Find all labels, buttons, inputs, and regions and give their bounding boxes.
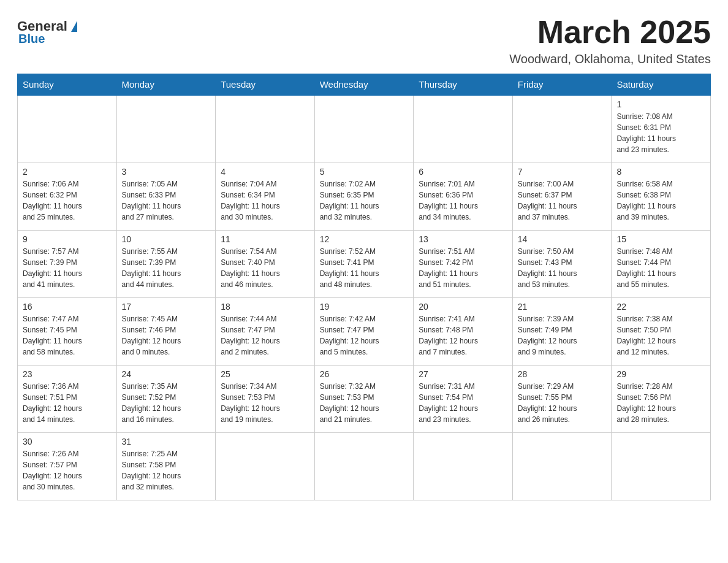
day-number: 17 [122,302,211,312]
day-info: Sunrise: 7:02 AM Sunset: 6:35 PM Dayligh… [320,178,409,223]
day-info: Sunrise: 7:08 AM Sunset: 6:31 PM Dayligh… [616,111,705,155]
calendar-cell: 16Sunrise: 7:47 AM Sunset: 7:45 PM Dayli… [18,297,117,365]
calendar-cell: 12Sunrise: 7:52 AM Sunset: 7:41 PM Dayli… [314,230,414,297]
calendar-title: March 2025 [509,15,711,50]
day-number: 4 [221,167,309,177]
calendar-cell: 23Sunrise: 7:36 AM Sunset: 7:51 PM Dayli… [18,365,117,432]
day-info: Sunrise: 7:32 AM Sunset: 7:53 PM Dayligh… [320,381,409,425]
day-info: Sunrise: 7:26 AM Sunset: 7:57 PM Dayligh… [23,448,112,492]
day-info: Sunrise: 7:55 AM Sunset: 7:39 PM Dayligh… [122,246,211,290]
day-info: Sunrise: 7:38 AM Sunset: 7:50 PM Dayligh… [616,313,705,358]
day-info: Sunrise: 7:41 AM Sunset: 7:48 PM Dayligh… [419,313,507,358]
calendar-cell: 28Sunrise: 7:29 AM Sunset: 7:55 PM Dayli… [512,365,612,432]
calendar-cell: 2Sunrise: 7:06 AM Sunset: 6:32 PM Daylig… [18,163,117,230]
calendar-cell: 15Sunrise: 7:48 AM Sunset: 7:44 PM Dayli… [612,230,711,297]
day-info: Sunrise: 7:45 AM Sunset: 7:46 PM Dayligh… [122,313,211,358]
day-number: 12 [320,234,409,244]
day-info: Sunrise: 7:36 AM Sunset: 7:51 PM Dayligh… [23,381,112,425]
day-number: 8 [616,167,705,177]
day-number: 24 [122,369,211,379]
calendar-cell [414,432,513,500]
calendar-cell [512,432,612,500]
calendar-cell [314,432,414,500]
day-info: Sunrise: 7:54 AM Sunset: 7:40 PM Dayligh… [221,246,309,290]
day-info: Sunrise: 7:01 AM Sunset: 6:36 PM Dayligh… [419,178,507,223]
day-info: Sunrise: 7:34 AM Sunset: 7:53 PM Dayligh… [221,381,309,425]
day-info: Sunrise: 7:00 AM Sunset: 6:37 PM Dayligh… [518,178,607,223]
day-info: Sunrise: 7:50 AM Sunset: 7:43 PM Dayligh… [518,246,607,290]
day-number: 16 [23,302,112,312]
calendar-cell [512,95,612,163]
weekday-header-thursday: Thursday [414,74,513,96]
weekday-header-tuesday: Tuesday [216,74,315,96]
calendar-cell: 14Sunrise: 7:50 AM Sunset: 7:43 PM Dayli… [512,230,612,297]
day-number: 13 [419,234,507,244]
calendar-cell: 17Sunrise: 7:45 AM Sunset: 7:46 PM Dayli… [116,297,216,365]
calendar-cell: 8Sunrise: 6:58 AM Sunset: 6:38 PM Daylig… [612,163,711,230]
calendar-cell: 4Sunrise: 7:04 AM Sunset: 6:34 PM Daylig… [216,163,315,230]
day-number: 19 [320,302,409,312]
day-number: 7 [518,167,607,177]
day-info: Sunrise: 7:57 AM Sunset: 7:39 PM Dayligh… [23,246,112,290]
calendar-week-4: 16Sunrise: 7:47 AM Sunset: 7:45 PM Dayli… [18,297,711,365]
day-number: 18 [221,302,309,312]
day-number: 27 [419,369,507,379]
calendar-cell [612,432,711,500]
day-info: Sunrise: 7:35 AM Sunset: 7:52 PM Dayligh… [122,381,211,425]
day-info: Sunrise: 7:28 AM Sunset: 7:56 PM Dayligh… [616,381,705,425]
logo-triangle-icon [71,21,77,32]
day-number: 31 [122,437,211,446]
header-right: March 2025 Woodward, Oklahoma, United St… [509,15,711,66]
day-number: 20 [419,302,507,312]
calendar-cell: 10Sunrise: 7:55 AM Sunset: 7:39 PM Dayli… [116,230,216,297]
day-number: 2 [23,167,112,177]
calendar-subtitle: Woodward, Oklahoma, United States [509,52,711,66]
page-header: General Blue March 2025 Woodward, Oklaho… [17,15,711,66]
calendar-cell [314,95,414,163]
day-number: 25 [221,369,309,379]
calendar-cell: 27Sunrise: 7:31 AM Sunset: 7:54 PM Dayli… [414,365,513,432]
day-info: Sunrise: 7:29 AM Sunset: 7:55 PM Dayligh… [518,381,607,425]
day-number: 1 [616,99,705,109]
weekday-header-saturday: Saturday [612,74,711,96]
day-info: Sunrise: 7:51 AM Sunset: 7:42 PM Dayligh… [419,246,507,290]
day-info: Sunrise: 7:42 AM Sunset: 7:47 PM Dayligh… [320,313,409,358]
day-info: Sunrise: 7:05 AM Sunset: 6:33 PM Dayligh… [122,178,211,223]
calendar-week-1: 1Sunrise: 7:08 AM Sunset: 6:31 PM Daylig… [18,95,711,163]
calendar-cell [216,432,315,500]
calendar-cell: 26Sunrise: 7:32 AM Sunset: 7:53 PM Dayli… [314,365,414,432]
day-info: Sunrise: 7:47 AM Sunset: 7:45 PM Dayligh… [23,313,112,358]
calendar-cell: 21Sunrise: 7:39 AM Sunset: 7:49 PM Dayli… [512,297,612,365]
day-number: 28 [518,369,607,379]
calendar-cell: 6Sunrise: 7:01 AM Sunset: 6:36 PM Daylig… [414,163,513,230]
calendar-week-6: 30Sunrise: 7:26 AM Sunset: 7:57 PM Dayli… [18,432,711,500]
calendar-cell: 25Sunrise: 7:34 AM Sunset: 7:53 PM Dayli… [216,365,315,432]
day-number: 26 [320,369,409,379]
calendar-cell [216,95,315,163]
day-info: Sunrise: 7:52 AM Sunset: 7:41 PM Dayligh… [320,246,409,290]
day-number: 10 [122,234,211,244]
calendar-cell: 30Sunrise: 7:26 AM Sunset: 7:57 PM Dayli… [18,432,117,500]
calendar-week-2: 2Sunrise: 7:06 AM Sunset: 6:32 PM Daylig… [18,163,711,230]
calendar-cell: 11Sunrise: 7:54 AM Sunset: 7:40 PM Dayli… [216,230,315,297]
calendar-week-5: 23Sunrise: 7:36 AM Sunset: 7:51 PM Dayli… [18,365,711,432]
day-number: 29 [616,369,705,379]
day-number: 11 [221,234,309,244]
day-number: 5 [320,167,409,177]
day-info: Sunrise: 7:06 AM Sunset: 6:32 PM Dayligh… [23,178,112,223]
weekday-header-sunday: Sunday [18,74,117,96]
calendar-cell: 9Sunrise: 7:57 AM Sunset: 7:39 PM Daylig… [18,230,117,297]
calendar-week-3: 9Sunrise: 7:57 AM Sunset: 7:39 PM Daylig… [18,230,711,297]
day-number: 14 [518,234,607,244]
calendar-cell: 1Sunrise: 7:08 AM Sunset: 6:31 PM Daylig… [612,95,711,163]
weekday-header-wednesday: Wednesday [314,74,414,96]
day-info: Sunrise: 7:31 AM Sunset: 7:54 PM Dayligh… [419,381,507,425]
logo: General Blue [17,18,77,46]
day-number: 9 [23,234,112,244]
weekday-header-monday: Monday [116,74,216,96]
day-number: 21 [518,302,607,312]
calendar-cell: 29Sunrise: 7:28 AM Sunset: 7:56 PM Dayli… [612,365,711,432]
calendar-cell: 19Sunrise: 7:42 AM Sunset: 7:47 PM Dayli… [314,297,414,365]
day-info: Sunrise: 7:39 AM Sunset: 7:49 PM Dayligh… [518,313,607,358]
weekday-header-row: SundayMondayTuesdayWednesdayThursdayFrid… [18,74,711,96]
